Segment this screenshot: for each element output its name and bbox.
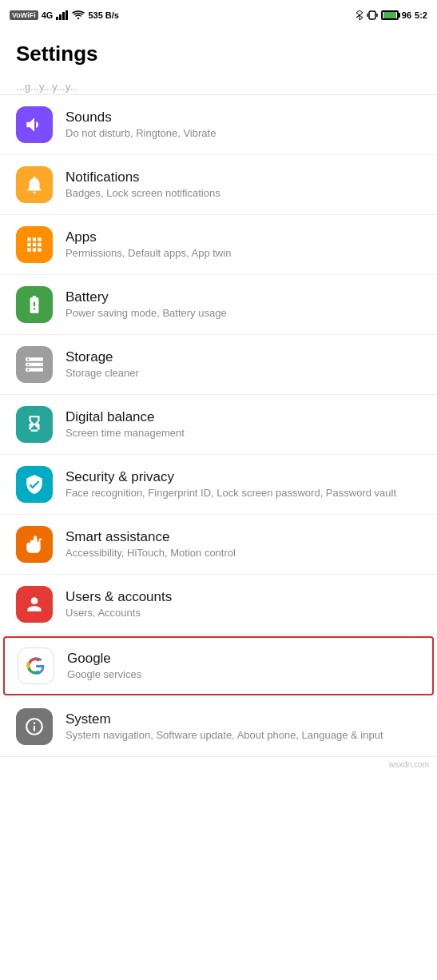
digital-balance-title: Digital balance [66, 409, 421, 425]
settings-item-system[interactable]: System System navigation, Software updat… [0, 697, 437, 757]
sounds-subtitle: Do not disturb, Ringtone, Vibrate [66, 127, 421, 141]
storage-text-wrap: Storage Storage cleaner [66, 349, 421, 380]
battery-subtitle: Power saving mode, Battery usage [66, 307, 421, 321]
apps-subtitle: Permissions, Default apps, App twin [66, 247, 421, 261]
svg-rect-1 [59, 14, 62, 20]
settings-item-apps[interactable]: Apps Permissions, Default apps, App twin [0, 215, 437, 275]
bell-icon [24, 174, 45, 195]
time-text: 5:2 [415, 10, 427, 20]
apps-text: Apps Permissions, Default apps, App twin [66, 229, 421, 261]
storage-icon [24, 354, 45, 375]
signal-text: 4G [42, 10, 54, 20]
bluetooth-icon [356, 10, 364, 21]
users-subtitle: Users, Accounts [66, 607, 421, 620]
users-title: Users & accounts [66, 589, 421, 605]
smart-assistance-text-wrap: Smart assistance Accessibility, HiTouch,… [66, 529, 421, 560]
security-icon-wrap [16, 466, 53, 503]
settings-item-smart-assistance[interactable]: Smart assistance Accessibility, HiTouch,… [0, 515, 437, 575]
google-icon [26, 655, 46, 676]
vowifi-badge: VoWiFi [10, 10, 38, 20]
system-text-wrap: System System navigation, Software updat… [66, 711, 421, 743]
settings-item-google[interactable]: Google Google services [3, 636, 434, 695]
notifications-text: Notifications Badges, Lock screen notifi… [66, 169, 421, 201]
hand-icon [24, 534, 45, 555]
watermark: wsxdn.com [0, 757, 437, 772]
settings-item-users[interactable]: Users & accounts Users, Accounts [0, 575, 437, 635]
security-subtitle: Face recognition, Fingerprint ID, Lock s… [66, 487, 421, 500]
settings-item-digital-balance[interactable]: Digital balance Screen time management [0, 395, 437, 455]
settings-item-security[interactable]: Security & privacy Face recognition, Fin… [0, 455, 437, 515]
battery-charging-icon [24, 294, 45, 315]
notifications-icon-wrap [16, 166, 53, 203]
info-icon [24, 716, 45, 737]
battery-setting-icon-wrap [16, 286, 53, 323]
apps-icon [24, 234, 45, 255]
settings-item-notifications[interactable]: Notifications Badges, Lock screen notifi… [0, 155, 437, 215]
svg-rect-4 [369, 11, 375, 19]
notifications-subtitle: Badges, Lock screen notifications [66, 187, 421, 201]
status-right: 96 5:2 [356, 10, 427, 21]
settings-item-sounds[interactable]: Sounds Do not disturb, Ringtone, Vibrate [0, 95, 437, 155]
settings-item-storage[interactable]: Storage Storage cleaner [0, 335, 437, 395]
svg-rect-2 [62, 12, 65, 20]
google-icon-wrap [18, 647, 54, 684]
battery-icon [381, 10, 399, 20]
apps-title: Apps [66, 229, 421, 245]
status-left: VoWiFi 4G 535 B/s [10, 10, 119, 20]
google-subtitle: Google services [67, 668, 419, 682]
volume-icon [24, 114, 45, 135]
settings-item-battery[interactable]: Battery Power saving mode, Battery usage [0, 275, 437, 335]
storage-subtitle: Storage cleaner [66, 367, 421, 380]
system-subtitle: System navigation, Software update, Abou… [66, 729, 421, 743]
page-title: Settings [0, 29, 437, 73]
shield-icon [24, 474, 45, 495]
storage-icon-wrap [16, 346, 53, 383]
svg-rect-0 [56, 17, 58, 20]
security-title: Security & privacy [66, 469, 421, 485]
security-text-wrap: Security & privacy Face recognition, Fin… [66, 469, 421, 500]
svg-rect-3 [66, 10, 68, 20]
vibrate-icon [367, 10, 378, 21]
wifi-icon [72, 10, 85, 20]
digital-balance-icon-wrap [16, 406, 53, 443]
storage-title: Storage [66, 349, 421, 365]
notifications-title: Notifications [66, 169, 421, 185]
hourglass-icon [24, 414, 45, 435]
digital-balance-text-wrap: Digital balance Screen time management [66, 409, 421, 440]
digital-balance-subtitle: Screen time management [66, 427, 421, 440]
signal-bars-icon [56, 10, 69, 20]
battery-text-wrap: Battery Power saving mode, Battery usage [66, 289, 421, 321]
user-icon [24, 594, 45, 615]
system-icon-wrap [16, 708, 53, 745]
settings-list: Sounds Do not disturb, Ringtone, Vibrate… [0, 95, 437, 757]
smart-assistance-title: Smart assistance [66, 529, 421, 545]
users-icon-wrap [16, 586, 53, 623]
smart-assistance-subtitle: Accessibility, HiTouch, Motion control [66, 547, 421, 560]
google-title: Google [67, 651, 419, 667]
speed-text: 535 B/s [88, 10, 119, 20]
status-bar: VoWiFi 4G 535 B/s [0, 0, 437, 29]
google-text-wrap: Google Google services [67, 651, 419, 682]
battery-text: 96 [402, 10, 411, 20]
system-title: System [66, 711, 421, 727]
battery-title: Battery [66, 289, 421, 305]
sounds-icon-wrap [16, 106, 53, 143]
sounds-title: Sounds [66, 110, 421, 125]
partial-item: ...g...y...y...y... [0, 73, 437, 95]
sounds-text: Sounds Do not disturb, Ringtone, Vibrate [66, 110, 421, 141]
apps-icon-wrap [16, 226, 53, 263]
users-text-wrap: Users & accounts Users, Accounts [66, 589, 421, 620]
smart-assistance-icon-wrap [16, 526, 53, 563]
